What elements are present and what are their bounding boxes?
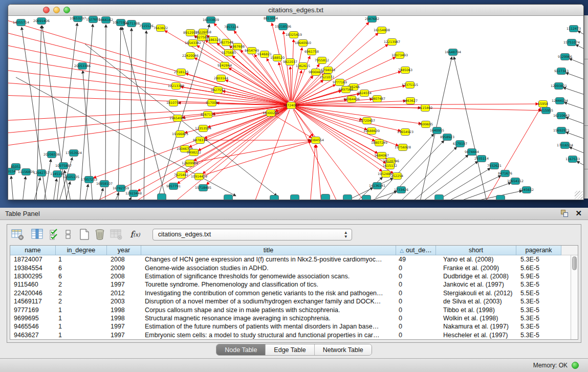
graph-node-99154[interactable]: 99154	[8, 168, 16, 175]
graph-node-6179197[interactable]: 6179197	[453, 141, 467, 147]
minimize-window-button[interactable]	[53, 7, 60, 13]
table-row[interactable]: 946554611997Estimation of the future num…	[10, 322, 578, 331]
graph-node-10807487[interactable]: 10807487	[369, 96, 385, 102]
graph-node-2803144[interactable]: 2803144	[214, 75, 228, 82]
graph-node-1527602[interactable]: 1527602	[86, 16, 100, 23]
column-header-name[interactable]: name	[10, 246, 56, 255]
table-settings-icon[interactable]	[11, 228, 25, 241]
graph-node-14055714[interactable]: 14055714	[13, 19, 29, 26]
graph-node-16782759[interactable]: 16782759	[113, 185, 129, 192]
graph-node-18325419[interactable]: 18325419	[286, 32, 302, 38]
graph-node-12213389[interactable]: 12213389	[168, 83, 184, 90]
graph-node-20206536[interactable]: 20206536	[43, 151, 60, 158]
graph-node-7663822[interactable]: 7663822	[154, 25, 168, 32]
graph-node-12444134[interactable]: 12444134	[552, 98, 568, 104]
graph-node-15751074[interactable]: 15751074	[563, 39, 580, 46]
graph-node-2935114[interactable]: 2935114	[474, 156, 489, 162]
graph-node[interactable]	[321, 194, 330, 200]
graph-node-12093821[interactable]: 12093821	[551, 83, 567, 90]
graph-node-15720407[interactable]: 15720407	[359, 118, 375, 124]
graph-node-12923448[interactable]: 12923448	[125, 190, 142, 197]
table-row[interactable]: 911546021997Tourette syndrome. Phenomeno…	[10, 280, 578, 289]
column-header-short[interactable]: short	[436, 246, 516, 255]
close-panel-icon[interactable]: ✕	[575, 209, 582, 217]
graph-node-15958[interactable]: 15958	[538, 101, 548, 107]
table-row[interactable]: 1830029562008Estimation of significance …	[10, 272, 578, 280]
table-selector-dropdown[interactable]: citations_edges.txt ▲▼	[153, 229, 352, 240]
table-row[interactable]: 977716911998Corpus callosum shape and si…	[10, 305, 578, 314]
graph-node[interactable]	[496, 195, 505, 200]
graph-node-252254[interactable]: 252254	[391, 173, 403, 180]
graph-node-20691406[interactable]: 20691406	[33, 18, 50, 25]
graph-node-8878334[interactable]: 8878334	[193, 137, 207, 144]
graph-node-9227343[interactable]: 9227343	[554, 68, 569, 75]
graph-node-19384554[interactable]: 19384554	[308, 137, 324, 144]
close-window-button[interactable]	[43, 7, 50, 13]
zoom-window-button[interactable]	[63, 7, 70, 13]
table-row[interactable]: 969969511998Structural magnetic resonanc…	[10, 314, 578, 322]
graph-node-9245652[interactable]: 9245652	[519, 187, 534, 193]
graph-node[interactable]	[158, 194, 166, 200]
column-header-title[interactable]: title	[141, 246, 396, 255]
graph-node-10973493[interactable]: 10973493	[391, 52, 408, 59]
window-resize-grip[interactable]	[575, 191, 583, 199]
graph-node-16648794[interactable]: 16648794	[445, 49, 461, 56]
graph-node-14671388[interactable]: 14671388	[123, 20, 140, 27]
graph-node-1145194[interactable]: 1145194	[50, 171, 64, 178]
graph-node-16543382[interactable]: 16543382	[185, 40, 201, 47]
graph-node-8813054[interactable]: 8813054	[264, 16, 278, 22]
table-row[interactable]: 1872400712008Changes of HCN gene express…	[10, 255, 578, 264]
table-row[interactable]: 1938455462009Genome-wide association stu…	[10, 264, 578, 272]
graph-node-12942757[interactable]: 12942757	[33, 170, 50, 177]
function-builder-icon[interactable]: f(x)	[130, 228, 140, 241]
graph-node[interactable]	[435, 195, 444, 200]
scrollbar-thumb[interactable]	[572, 256, 577, 270]
show-columns-icon[interactable]	[31, 228, 44, 241]
graph-node-9175685[interactable]: 9175685	[222, 50, 236, 56]
graph-node-9474444[interactable]: 9474444	[465, 149, 479, 156]
graph-node-16154808[interactable]: 16154808	[374, 27, 390, 34]
citation-network-graph[interactable]: 1872400714055714206914061065329715276029…	[8, 16, 583, 200]
graph-node-10654112[interactable]: 10654112	[507, 178, 524, 185]
column-header-in_degree[interactable]: in_degree	[56, 246, 107, 255]
graph-node-16210643[interactable]: 16210643	[553, 113, 570, 119]
graph-node[interactable]	[362, 195, 371, 200]
graph-node-17375115[interactable]: 17375115	[402, 82, 418, 89]
graph-node-17353924[interactable]: 17353924	[66, 150, 82, 157]
graph-node-2367608[interactable]: 2367608	[230, 43, 245, 50]
graph-node-7932621[interactable]: 7932621	[487, 163, 502, 169]
graph-node-12505135[interactable]: 12505135	[63, 174, 79, 181]
graph-node-15692971[interactable]: 15692971	[553, 127, 570, 134]
graph-node-1640955[interactable]: 1640955	[430, 127, 444, 134]
graph-node-8454749[interactable]: 8454749	[245, 48, 259, 54]
graph-node-1810754[interactable]: 1810754	[166, 100, 181, 106]
memory-ok-indicator[interactable]	[572, 362, 579, 369]
graph-node-7515526[interactable]: 7515526	[139, 23, 154, 30]
graph-node-19756928[interactable]: 19756928	[395, 144, 411, 151]
graph-node-9857791[interactable]: 9857791	[166, 183, 181, 190]
graph-node-8958923[interactable]: 8958923	[440, 134, 454, 141]
graph-node-8267110[interactable]: 8267110	[201, 112, 215, 118]
graph-node[interactable]	[343, 195, 352, 200]
graph-node-9699695[interactable]: 9699695	[419, 121, 433, 128]
graph-node-18640910[interactable]: 18640910	[295, 40, 311, 47]
graph-node-1733426[interactable]: 1733426	[394, 187, 408, 193]
graph-node-16033809[interactable]: 16033809	[203, 17, 219, 24]
select-columns-icon[interactable]	[49, 228, 58, 241]
graph-node-19718485[interactable]: 19718485	[195, 185, 211, 191]
graph-node-12609948[interactable]: 12609948	[182, 160, 198, 167]
graph-node-17957253[interactable]: 17957253	[81, 177, 97, 183]
graph-node[interactable]	[224, 195, 233, 200]
graph-node-9463627[interactable]: 9463627	[403, 98, 418, 104]
graph-node-7955812[interactable]: 7955812	[315, 57, 329, 64]
graph-node-20364436[interactable]: 20364436	[343, 96, 360, 103]
graph-node-6961758[interactable]: 6961758	[304, 49, 319, 55]
graph-node-9498222[interactable]: 9498222	[187, 149, 201, 156]
tab-network-table[interactable]: Network Table	[315, 344, 372, 355]
graph-node-6794028[interactable]: 6794028	[321, 67, 335, 74]
graph-node-20053346[interactable]: 20053346	[74, 63, 91, 70]
graph-node-1112473[interactable]: 1112473	[567, 26, 581, 32]
graph-node-16958107[interactable]: 16958107	[96, 181, 113, 187]
graph-node-10914479[interactable]: 10914479	[191, 173, 207, 180]
graph-node-22420046[interactable]: 22420046	[182, 53, 199, 59]
